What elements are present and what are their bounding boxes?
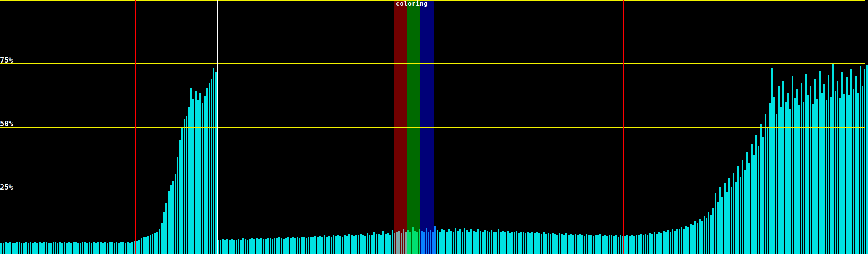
histogram-bar <box>595 235 597 254</box>
histogram-bar <box>464 228 465 254</box>
histogram-bar <box>95 243 97 254</box>
histogram-bar <box>746 152 748 254</box>
histogram-bar <box>819 71 821 254</box>
histogram-bar <box>523 232 524 254</box>
histogram-bar <box>249 239 251 254</box>
histogram-bar <box>9 242 11 254</box>
histogram-bar <box>428 232 429 254</box>
histogram-bar <box>439 232 441 254</box>
histogram-bar <box>258 239 260 254</box>
histogram-bar <box>554 234 556 254</box>
histogram-bar <box>3 243 4 254</box>
histogram-bar <box>312 237 314 254</box>
histogram-bar <box>30 242 31 254</box>
histogram-bar <box>326 237 328 254</box>
histogram-bar <box>511 232 513 254</box>
histogram-bar <box>231 239 233 254</box>
histogram-bar <box>240 240 242 254</box>
histogram-bar <box>127 242 129 254</box>
histogram-bar <box>125 243 126 254</box>
histogram-bar <box>728 178 730 254</box>
histogram-bar <box>398 231 400 254</box>
histogram-bar <box>91 243 92 254</box>
histogram-bar <box>396 232 398 254</box>
histogram-bar <box>41 243 43 254</box>
histogram-bar <box>586 234 587 254</box>
histogram-bar <box>789 109 791 254</box>
histogram-bar <box>245 239 246 254</box>
histogram-bar <box>715 193 716 254</box>
histogram-bar <box>541 234 542 254</box>
histogram-bar <box>495 232 497 254</box>
histogram-bar <box>97 242 99 254</box>
histogram-bar <box>256 238 258 254</box>
histogram-bar <box>324 235 326 254</box>
histogram-bar <box>369 235 370 254</box>
histogram-bar <box>620 235 621 254</box>
histogram-bar <box>61 243 63 254</box>
histogram-bar <box>179 140 181 254</box>
histogram-bar <box>529 233 531 254</box>
histogram-bar <box>301 237 303 254</box>
histogram-bar <box>267 238 269 254</box>
histogram-bar <box>685 226 687 254</box>
histogram-bar <box>5 242 7 254</box>
histogram-bar <box>89 242 90 254</box>
histogram-bar <box>848 95 850 254</box>
coloring-legend-label: coloring <box>396 0 428 7</box>
histogram-bar <box>816 99 818 254</box>
histogram-bar <box>229 240 231 254</box>
histogram-bar <box>446 232 448 254</box>
histogram-bar <box>437 230 438 254</box>
histogram-bar <box>753 155 755 254</box>
histogram-bar <box>34 242 36 254</box>
histogram-bar <box>837 81 838 254</box>
histogram-bar <box>534 233 536 254</box>
histogram-bar <box>73 242 75 254</box>
histogram-bar <box>16 242 18 254</box>
histogram-bar <box>25 242 27 254</box>
histogram-bar <box>697 223 698 254</box>
histogram-bar <box>100 242 102 254</box>
histogram-bar <box>613 236 615 254</box>
histogram-bar <box>477 229 479 254</box>
histogram-bar <box>28 243 29 254</box>
histogram-bar <box>290 238 292 254</box>
histogram-bar <box>776 114 777 254</box>
histogram-bar <box>787 93 789 254</box>
histogram-bar <box>624 236 626 254</box>
histogram-bar <box>835 91 836 254</box>
histogram-bar <box>679 229 680 254</box>
histogram-bar <box>389 235 391 254</box>
histogram-bar <box>543 232 545 254</box>
histogram-bar <box>846 77 848 254</box>
histogram-bar <box>792 76 793 254</box>
histogram-bar <box>441 229 443 254</box>
histogram-bar <box>480 231 481 254</box>
histogram-bar <box>755 135 757 254</box>
histogram-bar <box>222 239 224 254</box>
histogram-bar <box>287 237 289 254</box>
histogram-bar <box>247 240 248 254</box>
histogram-bar <box>645 234 646 254</box>
histogram-bar <box>563 235 565 254</box>
histogram-bar <box>647 235 648 254</box>
histogram-bar <box>726 192 728 254</box>
histogram-bar <box>220 240 221 254</box>
histogram-bar <box>773 97 775 254</box>
histogram-bar <box>487 231 488 254</box>
histogram-bar <box>129 243 131 254</box>
histogram-bar <box>211 79 212 254</box>
histogram-bar <box>353 236 355 254</box>
histogram-bar <box>762 137 764 254</box>
histogram-bar <box>394 233 395 254</box>
histogram-bar <box>588 235 590 254</box>
histogram-bar <box>36 243 38 254</box>
histogram-bar <box>251 238 253 254</box>
histogram-bar <box>681 227 682 254</box>
gridline-25 <box>0 190 865 191</box>
histogram-bar <box>538 233 540 254</box>
histogram-bar <box>186 116 187 254</box>
histogram-bar <box>453 232 454 254</box>
histogram-bar <box>565 233 567 254</box>
